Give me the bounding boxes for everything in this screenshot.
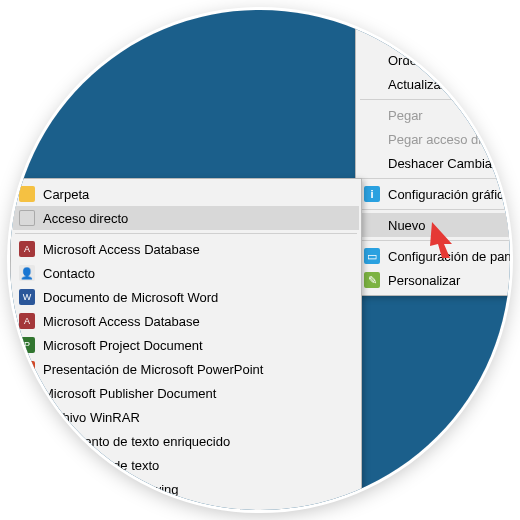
menu-label: Contacto [43,266,95,281]
word-icon: W [19,289,35,305]
submenu-item-excel[interactable]: X Hoja de cálculo de Microsoft Excel [13,501,359,510]
visio-icon: V [19,481,35,497]
submenu-item-visio[interactable]: V Microsoft Visio Drawing [13,477,359,501]
submenu-item-richtext[interactable]: A Documento de texto enriquecido [13,429,359,453]
access-icon: A [19,241,35,257]
menu-label: Deshacer Cambiar nombre [388,156,510,171]
winrar-icon: R [19,409,35,425]
text-icon: ☰ [19,457,35,473]
menu-label: Documento de texto enriquecido [43,434,230,449]
submenu-item-access-db2[interactable]: A Microsoft Access Database [13,309,359,333]
access-icon: A [19,313,35,329]
publisher-icon: P [19,385,35,401]
submenu-item-contact[interactable]: 👤 Contacto [13,261,359,285]
menu-separator [360,99,510,100]
submenu-item-winrar[interactable]: R Archivo WinRAR [13,405,359,429]
submenu-item-folder[interactable]: Carpeta [13,182,359,206]
menu-label: Personalizar [388,273,460,288]
menu-label: Archivo WinRAR [43,410,140,425]
submenu-item-project[interactable]: P Microsoft Project Document [13,333,359,357]
menu-label: Microsoft Access Database [43,242,200,257]
desktop-context-menu: Ver ▶ Ordenar por ▶ Actualizar Pegar Peg… [355,20,510,296]
desktop-background[interactable]: Ver ▶ Ordenar por ▶ Actualizar Pegar Peg… [10,10,510,510]
menu-label: Actualizar [388,77,445,92]
circular-crop: Ver ▶ Ordenar por ▶ Actualizar Pegar Peg… [10,10,510,510]
menu-item-view[interactable]: Ver ▶ [358,24,510,48]
menu-item-undo-rename[interactable]: Deshacer Cambiar nombre [358,151,510,175]
menu-label: Acceso directo [43,211,128,226]
contact-icon: 👤 [19,265,35,281]
menu-item-new[interactable]: Nuevo ▶ [358,213,510,237]
intel-icon: i [364,186,380,202]
menu-label: Microsoft Project Document [43,338,203,353]
submenu-item-access-db[interactable]: A Microsoft Access Database [13,237,359,261]
excel-icon: X [19,505,35,510]
folder-icon [19,186,35,202]
menu-label: Ordenar por [388,53,458,68]
menu-separator [15,233,357,234]
menu-label: Microsoft Publisher Document [43,386,216,401]
menu-label: Documento de texto [43,458,159,473]
submenu-item-word[interactable]: W Documento de Microsoft Word [13,285,359,309]
menu-label: Nuevo [388,218,426,233]
menu-label: Microsoft Visio Drawing [43,482,179,497]
menu-separator [360,178,510,179]
shortcut-icon [19,210,35,226]
menu-label: Pegar [388,108,423,123]
powerpoint-icon: P [19,361,35,377]
display-icon: ▭ [364,248,380,264]
menu-item-personalize[interactable]: ✎ Personalizar [358,268,510,292]
menu-label: Documento de Microsoft Word [43,290,218,305]
menu-item-paste-shortcut: Pegar acceso directo [358,127,510,151]
submenu-item-powerpoint[interactable]: P Presentación de Microsoft PowerPoint [13,357,359,381]
menu-item-sort[interactable]: Ordenar por ▶ [358,48,510,72]
submenu-item-shortcut[interactable]: Acceso directo [13,206,359,230]
menu-item-paste: Pegar [358,103,510,127]
new-submenu: Carpeta Acceso directo A Microsoft Acces… [10,178,362,510]
submenu-item-publisher[interactable]: P Microsoft Publisher Document [13,381,359,405]
menu-label: Configuración de pantalla [388,249,510,264]
menu-separator [360,209,510,210]
menu-label: Hoja de cálculo de Microsoft Excel [43,506,242,511]
project-icon: P [19,337,35,353]
menu-label: Microsoft Access Database [43,314,200,329]
menu-item-intel-graphics[interactable]: i Configuración gráficos Intel® [358,182,510,206]
menu-label: Carpeta [43,187,89,202]
menu-separator [360,240,510,241]
menu-label: Configuración gráficos Intel® [388,187,510,202]
personalize-icon: ✎ [364,272,380,288]
menu-label: Ver [388,29,408,44]
submenu-item-textdoc[interactable]: ☰ Documento de texto [13,453,359,477]
menu-label: Pegar acceso directo [388,132,510,147]
rtf-icon: A [19,433,35,449]
menu-item-display-settings[interactable]: ▭ Configuración de pantalla [358,244,510,268]
menu-label: Presentación de Microsoft PowerPoint [43,362,263,377]
menu-item-refresh[interactable]: Actualizar [358,72,510,96]
